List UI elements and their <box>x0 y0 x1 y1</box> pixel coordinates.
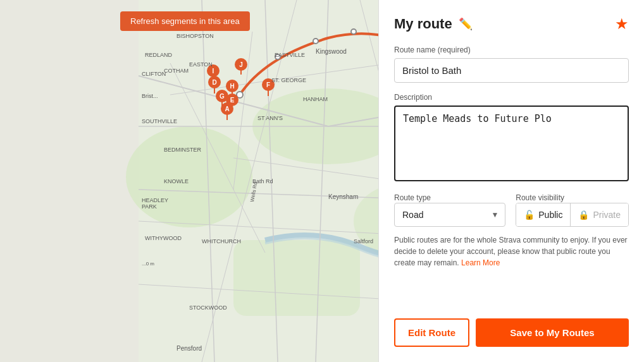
svg-point-23 <box>313 39 318 44</box>
actions-row: Edit Route Save to My Routes <box>394 318 629 347</box>
svg-text:H: H <box>230 83 234 90</box>
svg-point-1 <box>126 126 252 227</box>
svg-text:ST. GEORGE: ST. GEORGE <box>271 77 306 83</box>
route-options-row: Route type Road Mountain Bike Trail Run … <box>394 191 629 227</box>
route-type-group: Route type Road Mountain Bike Trail Run … <box>394 191 505 227</box>
svg-text:ST ANN'S: ST ANN'S <box>257 115 283 121</box>
svg-text:KNOWLE: KNOWLE <box>164 178 189 184</box>
svg-text:J: J <box>239 61 243 68</box>
svg-text:G: G <box>220 93 225 100</box>
private-label: Private <box>593 210 621 220</box>
svg-text:I: I <box>213 68 214 75</box>
route-name-input[interactable] <box>394 58 629 83</box>
description-label: Description <box>394 93 629 102</box>
save-to-routes-button[interactable]: Save to My Routes <box>476 318 629 347</box>
svg-text:REDLAND: REDLAND <box>145 52 173 58</box>
svg-text:Keynsham: Keynsham <box>328 193 358 200</box>
svg-text:A: A <box>225 106 229 112</box>
refresh-segments-button[interactable]: Refresh segments in this area <box>120 11 250 31</box>
svg-text:EASTVILLE: EASTVILLE <box>275 52 305 58</box>
description-textarea[interactable] <box>394 106 629 181</box>
public-label: Public <box>538 210 562 220</box>
route-type-select[interactable]: Road Mountain Bike Trail Run Walk <box>395 203 505 226</box>
panel-title: My route <box>394 16 452 32</box>
lock-open-icon: 🔓 <box>524 210 535 220</box>
learn-more-link[interactable]: Learn More <box>461 258 500 267</box>
info-text-content: Public routes are for the whole Strava c… <box>394 236 628 267</box>
svg-text:SOUTHVILLE: SOUTHVILLE <box>142 118 177 124</box>
svg-text:EASTON: EASTON <box>189 61 213 68</box>
svg-text:...0 m: ...0 m <box>142 261 154 267</box>
lock-icon: 🔒 <box>578 210 589 220</box>
edit-title-icon[interactable]: ✏️ <box>459 17 473 31</box>
route-visibility-group: Route visibility 🔓 Public 🔒 Private <box>516 191 629 227</box>
route-visibility-label: Route visibility <box>516 193 564 202</box>
svg-text:D: D <box>212 79 216 86</box>
svg-text:Brist...: Brist... <box>142 93 158 99</box>
svg-text:CLIFTON: CLIFTON <box>142 71 166 77</box>
svg-text:WITHYWOOD: WITHYWOOD <box>145 235 182 241</box>
svg-rect-4 <box>233 240 360 316</box>
svg-text:COTHAM: COTHAM <box>164 68 189 74</box>
route-name-label: Route name (required) <box>394 45 629 54</box>
route-type-select-wrapper: Road Mountain Bike Trail Run Walk ▼ <box>394 203 505 227</box>
visibility-toggle: 🔓 Public 🔒 Private <box>516 203 629 227</box>
svg-text:BISHOPSTON: BISHOPSTON <box>176 33 214 39</box>
edit-route-button[interactable]: Edit Route <box>394 318 469 347</box>
svg-text:WHITCHURCH: WHITCHURCH <box>202 238 241 244</box>
panel-header: My route ✏️ ★ <box>394 15 629 33</box>
public-routes-info: Public routes are for the whole Strava c… <box>394 234 629 268</box>
svg-text:Saltford: Saltford <box>354 238 373 244</box>
svg-text:E: E <box>230 97 235 104</box>
visibility-private-button[interactable]: 🔒 Private <box>571 203 628 226</box>
title-group: My route ✏️ <box>394 16 473 32</box>
svg-text:Kingswood: Kingswood <box>316 48 347 55</box>
route-type-label: Route type <box>394 193 431 202</box>
svg-text:F: F <box>266 81 270 88</box>
svg-text:BEDMINSTER: BEDMINSTER <box>164 147 202 153</box>
svg-text:STOCKWOOD: STOCKWOOD <box>189 305 227 311</box>
visibility-public-button[interactable]: 🔓 Public <box>516 203 570 226</box>
svg-text:Pensford: Pensford <box>176 345 202 352</box>
side-panel: My route ✏️ ★ Route name (required) Desc… <box>378 0 644 362</box>
svg-text:HEADLEY: HEADLEY <box>142 197 168 203</box>
svg-text:HANHAM: HANHAM <box>303 96 328 102</box>
svg-point-24 <box>351 29 356 34</box>
favorite-star-icon[interactable]: ★ <box>615 15 629 33</box>
svg-text:PARK: PARK <box>142 203 157 210</box>
